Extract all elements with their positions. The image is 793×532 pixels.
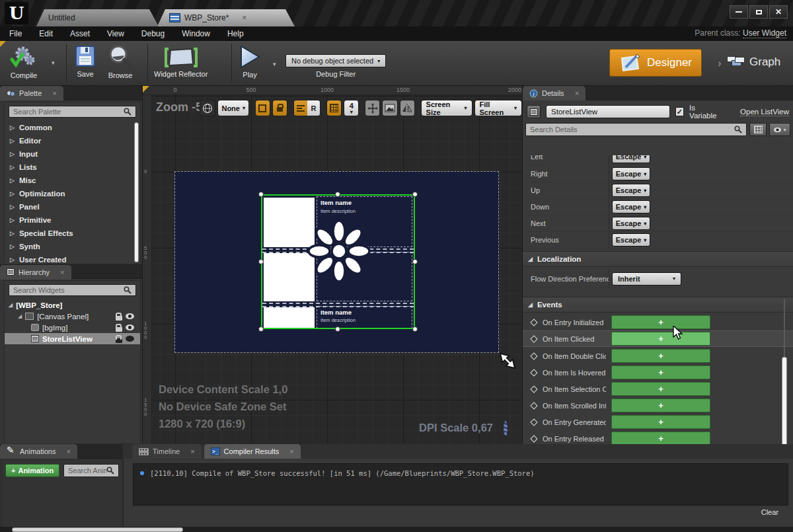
view-options-button[interactable]: ▾ — [769, 123, 790, 136]
browse-button[interactable]: Browse — [106, 44, 135, 79]
hierarchy-item-storelistview[interactable]: StoreListView — [5, 333, 140, 344]
move-icon[interactable] — [365, 100, 380, 116]
parent-class-link[interactable]: User Widget — [743, 28, 786, 38]
resize-handle-s[interactable] — [335, 326, 340, 332]
eye-icon[interactable] — [126, 324, 134, 330]
palette-category-common[interactable]: ▷Common — [5, 121, 140, 134]
palette-scrollbar[interactable] — [134, 122, 139, 262]
resize-handle-n[interactable] — [335, 192, 340, 197]
add-event-button[interactable]: + — [611, 332, 710, 346]
add-animation-button[interactable]: +Animation — [5, 464, 59, 477]
widget-name-input[interactable]: StoreListView — [546, 105, 670, 118]
is-variable-checkbox[interactable]: ✓ — [675, 107, 684, 116]
play-button[interactable]: Play — [238, 44, 262, 79]
palette-category-optimization[interactable]: ▷Optimization — [5, 187, 140, 200]
events-section-header[interactable]: ◢Events — [523, 297, 793, 313]
details-scrollbar-track[interactable] — [784, 299, 785, 358]
localization-preview-toggle[interactable]: R — [293, 100, 321, 116]
open-listview-link[interactable]: Open ListView — [740, 108, 789, 116]
save-button[interactable]: Save — [74, 45, 96, 78]
close-icon[interactable]: × — [575, 89, 579, 97]
hierarchy-search-input[interactable]: Search Widgets — [9, 284, 136, 296]
nav-down-dropdown[interactable]: Escape▾ — [612, 200, 650, 213]
minimize-button[interactable] — [730, 5, 748, 19]
close-icon[interactable]: × — [190, 447, 194, 455]
fill-screen-dropdown[interactable]: Fill Screen▾ — [474, 100, 522, 116]
close-icon[interactable]: × — [60, 268, 64, 276]
palette-category-synth[interactable]: ▷Synth — [5, 240, 140, 253]
resize-handle-ne[interactable] — [412, 192, 418, 197]
doc-tab-wbp-store[interactable]: WBP_Store* × — [157, 9, 295, 26]
tab-compiler-results[interactable]: >_ Compiler Results × — [204, 444, 301, 459]
clear-button[interactable]: Clear — [761, 508, 778, 516]
localization-section-header[interactable]: ◢Localization — [523, 251, 793, 267]
palette-category-input[interactable]: ▷Input — [5, 147, 140, 161]
add-event-button[interactable]: + — [611, 365, 710, 379]
widget-reflector-button[interactable]: Widget Reflector — [154, 46, 208, 78]
close-button[interactable]: ✕ — [769, 5, 788, 19]
hierarchy-item-root[interactable]: ◢[WBP_Store] — [5, 299, 140, 311]
designer-mode-button[interactable]: Designer — [609, 49, 702, 77]
lock-icon[interactable] — [116, 338, 122, 343]
nav-previous-dropdown[interactable]: Escape▾ — [612, 233, 650, 247]
doc-tab-untitled[interactable]: Untitled — [36, 9, 159, 26]
grid-icon[interactable] — [326, 100, 342, 116]
horizontal-scrollbar[interactable] — [12, 527, 183, 532]
compile-button[interactable]: Compile — [7, 45, 41, 79]
resize-arrow-icon[interactable] — [500, 353, 515, 369]
tab-details[interactable]: i Details × — [523, 86, 585, 100]
add-event-button[interactable]: + — [611, 349, 710, 363]
close-icon[interactable]: × — [289, 447, 293, 455]
resize-handle-se[interactable] — [412, 326, 418, 332]
flow-direction-dropdown[interactable]: Inherit▾ — [612, 272, 681, 285]
add-event-button[interactable]: + — [611, 399, 710, 412]
dpi-settings-gear-icon[interactable] — [504, 423, 508, 434]
mirror-icon[interactable] — [400, 100, 415, 116]
tab-timeline[interactable]: Timeline × — [132, 444, 202, 459]
graph-mode-button[interactable]: Graph — [727, 56, 780, 69]
lock-icon[interactable] — [272, 100, 287, 116]
menu-view[interactable]: View — [107, 29, 124, 38]
menu-edit[interactable]: Edit — [39, 29, 53, 38]
menu-help[interactable]: Help — [227, 29, 244, 38]
align-bars-icon[interactable] — [294, 100, 307, 116]
globe-icon[interactable] — [200, 100, 215, 116]
palette-category-panel[interactable]: ▷Panel — [5, 200, 140, 213]
resize-handle-nw[interactable] — [258, 192, 264, 197]
nav-next-dropdown[interactable]: Escape▾ — [612, 217, 650, 230]
debug-object-select[interactable]: No debug object selected ▾ — [285, 54, 386, 67]
close-icon[interactable]: × — [242, 13, 246, 22]
resize-handle-w[interactable] — [258, 259, 264, 264]
close-icon[interactable]: × — [52, 89, 56, 97]
hierarchy-item-bgimg[interactable]: [bgImg] — [5, 322, 140, 333]
property-matrix-button[interactable] — [749, 123, 767, 136]
compile-dropdown-arrow[interactable]: ▾ — [52, 59, 55, 66]
resize-handle-e[interactable] — [412, 259, 418, 264]
menu-asset[interactable]: Asset — [70, 29, 90, 38]
menu-window[interactable]: Window — [182, 29, 210, 38]
close-icon[interactable]: × — [66, 447, 70, 455]
play-dropdown-arrow[interactable]: ▾ — [273, 61, 276, 67]
maximize-button[interactable] — [749, 5, 768, 19]
palette-category-editor[interactable]: ▷Editor — [5, 134, 140, 147]
add-event-button[interactable]: + — [611, 315, 710, 329]
anchor-none-button[interactable]: None▾ — [217, 100, 249, 116]
eye-icon[interactable] — [126, 336, 134, 342]
compiler-log[interactable]: [2110,10] Compile of WBP_Store successfu… — [133, 463, 788, 506]
palette-category-primitive[interactable]: ▷Primitive — [5, 213, 140, 227]
lock-icon[interactable] — [116, 316, 122, 321]
nav-right-dropdown[interactable]: Escape▾ — [612, 167, 650, 180]
screen-size-dropdown[interactable]: Screen Size▾ — [421, 100, 472, 116]
palette-category-misc[interactable]: ▷Misc — [5, 174, 140, 187]
nav-left-dropdown[interactable]: Escape▾ — [612, 155, 650, 163]
menu-file[interactable]: File — [9, 29, 22, 38]
add-event-button[interactable]: + — [611, 382, 710, 396]
palette-search-input[interactable]: Search Palette — [9, 106, 136, 118]
grid-snap-button[interactable]: 4▾ — [344, 100, 359, 116]
add-event-button[interactable]: + — [611, 415, 710, 429]
dashed-square-icon[interactable] — [255, 100, 270, 116]
menu-debug[interactable]: Debug — [141, 29, 165, 38]
image-icon[interactable] — [382, 100, 397, 116]
palette-category-lists[interactable]: ▷Lists — [5, 161, 140, 174]
details-search-input[interactable]: Search Details — [525, 123, 747, 136]
